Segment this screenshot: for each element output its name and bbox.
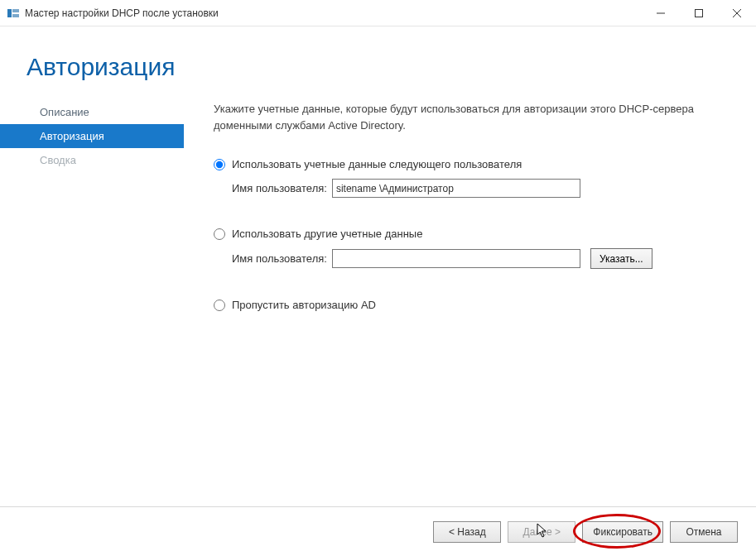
username-label-1: Имя пользователя: bbox=[232, 182, 327, 194]
minimize-button[interactable] bbox=[642, 0, 680, 26]
page-header: Авторизация bbox=[0, 26, 756, 96]
cancel-button[interactable]: Отмена bbox=[670, 521, 738, 543]
commit-button[interactable]: Фиксировать bbox=[582, 521, 663, 543]
window-controls bbox=[642, 0, 756, 26]
main-pane: Укажите учетные данные, которые будут ис… bbox=[184, 96, 746, 506]
sidebar-item-description[interactable]: Описание bbox=[0, 100, 184, 124]
sidebar: Описание Авторизация Сводка bbox=[0, 96, 184, 506]
field-row-current-user: Имя пользователя: bbox=[232, 179, 738, 198]
radio-option-skip[interactable]: Пропустить авторизацию AD bbox=[214, 299, 738, 311]
radio-other-user[interactable] bbox=[214, 228, 225, 240]
radio-option-other-user[interactable]: Использовать другие учетные данные bbox=[214, 228, 738, 240]
username-input-2[interactable] bbox=[332, 249, 580, 268]
sidebar-item-authorization[interactable]: Авторизация bbox=[0, 124, 184, 148]
footer-bar: < Назад Далее > Фиксировать Отмена bbox=[0, 506, 756, 556]
svg-rect-4 bbox=[696, 9, 703, 17]
maximize-button[interactable] bbox=[680, 0, 718, 26]
titlebar: Мастер настройки DHCP после установки bbox=[0, 0, 756, 26]
username-input-1[interactable] bbox=[332, 179, 580, 198]
content-wrap: Авторизация Описание Авторизация Сводка … bbox=[0, 26, 756, 556]
radio-current-user[interactable] bbox=[214, 159, 225, 170]
field-row-other-user: Имя пользователя: Указать... bbox=[232, 248, 738, 269]
back-button[interactable]: < Назад bbox=[433, 521, 501, 543]
radio-option-current-user[interactable]: Использовать учетные данные следующего п… bbox=[214, 158, 738, 170]
radio-label-skip: Пропустить авторизацию AD bbox=[232, 299, 376, 311]
svg-rect-1 bbox=[12, 9, 19, 12]
lead-text: Укажите учетные данные, которые будут ис… bbox=[214, 101, 727, 133]
radio-label-current-user: Использовать учетные данные следующего п… bbox=[232, 158, 522, 170]
body-row: Описание Авторизация Сводка Укажите учет… bbox=[0, 96, 756, 506]
app-icon bbox=[7, 7, 20, 20]
svg-rect-2 bbox=[12, 14, 19, 17]
radio-skip[interactable] bbox=[214, 300, 225, 311]
username-label-2: Имя пользователя: bbox=[232, 252, 327, 265]
close-button[interactable] bbox=[718, 0, 756, 26]
svg-rect-0 bbox=[7, 9, 12, 17]
sidebar-item-summary: Сводка bbox=[0, 148, 184, 172]
window-title: Мастер настройки DHCP после установки bbox=[25, 7, 642, 19]
next-button[interactable]: Далее > bbox=[508, 521, 575, 543]
page-title: Авторизация bbox=[26, 53, 723, 81]
radio-label-other-user: Использовать другие учетные данные bbox=[232, 228, 422, 240]
specify-button[interactable]: Указать... bbox=[590, 248, 652, 269]
